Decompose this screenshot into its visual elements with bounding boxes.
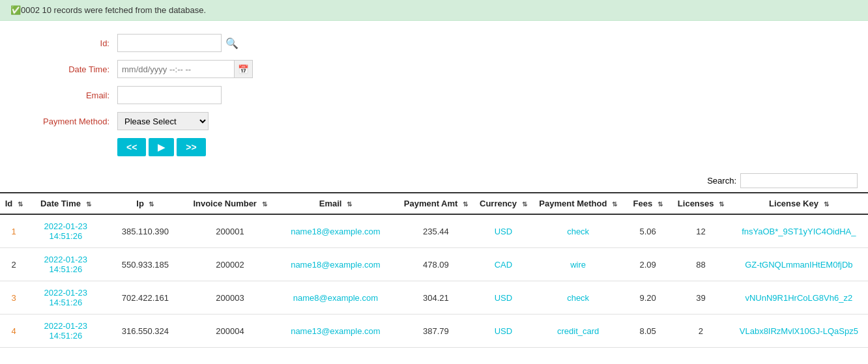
cell-payment-amt: 304.21	[398, 281, 474, 315]
cell-fees: 8.05	[624, 315, 672, 348]
cell-email: name8@example.com	[273, 281, 398, 315]
cell-fees: 5.06	[624, 214, 672, 248]
sort-arrows-invoice[interactable]: ⇅	[262, 201, 267, 208]
col-header-datetime: Date Time ⇅	[27, 193, 104, 214]
notification-text: ✅0002 10 records were fetched from the d…	[10, 5, 206, 15]
email-label: Email:	[26, 91, 117, 100]
cell-email: name18@example.com	[273, 248, 398, 281]
cell-license-key: GZ-tGNQLmmanIHtEM0fjDb	[730, 248, 868, 281]
sort-arrows-id[interactable]: ⇅	[18, 201, 23, 208]
nav-next-button[interactable]: >>	[177, 138, 205, 156]
cell-datetime: 2022-01-23 14:51:26	[27, 281, 104, 315]
cell-payment-amt: 387.79	[398, 315, 474, 348]
cell-licenses: 39	[672, 281, 729, 315]
datetime-label: Date Time:	[26, 64, 117, 74]
id-input-wrapper: 🔍	[117, 34, 239, 52]
col-header-email: Email ⇅	[273, 193, 398, 214]
id-input[interactable]	[117, 34, 222, 52]
cell-payment-amt: 235.44	[398, 214, 474, 248]
cell-id: 3	[0, 281, 27, 315]
cell-email: name13@example.com	[273, 315, 398, 348]
payment-method-label: Payment Method:	[26, 117, 117, 126]
sort-arrows-payment-amt[interactable]: ⇅	[463, 201, 468, 208]
cell-license-key: vNUnN9R1HrCoLG8Vh6_z2	[730, 281, 868, 315]
cell-ip: 385.110.390	[104, 214, 186, 248]
nav-buttons: << ▶ >>	[117, 138, 842, 156]
sort-arrows-licenses[interactable]: ⇅	[719, 201, 724, 208]
search-label: Search:	[707, 176, 736, 186]
cell-licenses: 88	[672, 248, 729, 281]
cell-fees: 9.20	[624, 281, 672, 315]
datetime-filter-row: Date Time: 📅	[26, 60, 842, 78]
table-body: 1 2022-01-23 14:51:26 385.110.390 200001…	[0, 214, 868, 348]
cell-payment-method: credit_card	[532, 315, 624, 348]
col-header-licenses: Licenses ⇅	[672, 193, 729, 214]
col-header-ip: Ip ⇅	[104, 193, 186, 214]
nav-prev-button[interactable]: ▶	[149, 138, 174, 156]
cell-ip: 316.550.324	[104, 315, 186, 348]
table-row: 3 2022-01-23 14:51:26 702.422.161 200003…	[0, 281, 868, 315]
cell-invoice-number: 200003	[187, 281, 274, 315]
table-row: 1 2022-01-23 14:51:26 385.110.390 200001…	[0, 214, 868, 248]
sort-arrows-datetime[interactable]: ⇅	[86, 201, 91, 208]
nav-prev-prev-button[interactable]: <<	[117, 138, 146, 156]
sort-arrows-email[interactable]: ⇅	[347, 201, 352, 208]
email-input[interactable]	[117, 86, 222, 104]
table-header-row: Id ⇅ Date Time ⇅ Ip ⇅ Invoice Number ⇅ E…	[0, 193, 868, 214]
sort-arrows-payment-method[interactable]: ⇅	[612, 201, 617, 208]
col-header-fees: Fees ⇅	[624, 193, 672, 214]
cell-datetime: 2022-01-23 14:51:26	[27, 248, 104, 281]
cell-currency: USD	[474, 281, 532, 315]
cell-ip: 702.422.161	[104, 281, 186, 315]
cell-id: 2	[0, 248, 27, 281]
col-header-license-key: License Key ⇅	[730, 193, 868, 214]
cell-licenses: 2	[672, 315, 729, 348]
cell-currency: CAD	[474, 248, 532, 281]
cell-currency: USD	[474, 315, 532, 348]
cell-license-key: VLabx8IRzMvlX10GJ-LQaSpz5	[730, 315, 868, 348]
cell-datetime: 2022-01-23 14:51:26	[27, 315, 104, 348]
search-input[interactable]	[740, 173, 858, 188]
cell-id: 1	[0, 214, 27, 248]
cell-ip: 550.933.185	[104, 248, 186, 281]
cell-fees: 2.09	[624, 248, 672, 281]
cell-licenses: 12	[672, 214, 729, 248]
cell-license-key: fnsYaOB*_9ST1yYIC4OidHA_	[730, 214, 868, 248]
cell-id: 4	[0, 315, 27, 348]
cell-invoice-number: 200001	[187, 214, 274, 248]
sort-arrows-license-key[interactable]: ⇅	[824, 201, 829, 208]
col-header-id: Id ⇅	[0, 193, 27, 214]
email-filter-row: Email:	[26, 86, 842, 104]
search-bar: Search:	[0, 169, 868, 192]
sort-arrows-ip[interactable]: ⇅	[149, 201, 154, 208]
datetime-input-wrapper: 📅	[117, 60, 253, 78]
col-header-payment-amt: Payment Amt ⇅	[398, 193, 474, 214]
cell-invoice-number: 200004	[187, 315, 274, 348]
cell-payment-method: check	[532, 214, 624, 248]
cell-payment-method: wire	[532, 248, 624, 281]
col-header-currency: Currency ⇅	[474, 193, 532, 214]
col-header-invoice-number: Invoice Number ⇅	[187, 193, 274, 214]
datetime-input[interactable]	[117, 60, 235, 78]
cell-payment-method: check	[532, 281, 624, 315]
cell-datetime: 2022-01-23 14:51:26	[27, 214, 104, 248]
table-header: Id ⇅ Date Time ⇅ Ip ⇅ Invoice Number ⇅ E…	[0, 193, 868, 214]
notification-bar: ✅0002 10 records were fetched from the d…	[0, 0, 868, 21]
sort-arrows-currency[interactable]: ⇅	[522, 201, 527, 208]
filter-section: Id: 🔍 Date Time: 📅 Email: Payment Method…	[0, 21, 868, 169]
cell-currency: USD	[474, 214, 532, 248]
table-row: 4 2022-01-23 14:51:26 316.550.324 200004…	[0, 315, 868, 348]
calendar-button[interactable]: 📅	[235, 60, 253, 78]
cell-email: name18@example.com	[273, 214, 398, 248]
col-header-payment-method: Payment Method ⇅	[532, 193, 624, 214]
sort-arrows-fees[interactable]: ⇅	[658, 201, 663, 208]
table-row: 2 2022-01-23 14:51:26 550.933.185 200002…	[0, 248, 868, 281]
cell-payment-amt: 478.09	[398, 248, 474, 281]
search-icon[interactable]: 🔍	[225, 37, 239, 49]
id-label: Id:	[26, 38, 117, 48]
data-table: Id ⇅ Date Time ⇅ Ip ⇅ Invoice Number ⇅ E…	[0, 192, 868, 348]
payment-method-filter-row: Payment Method: Please Select check wire…	[26, 112, 842, 130]
cell-invoice-number: 200002	[187, 248, 274, 281]
id-filter-row: Id: 🔍	[26, 34, 842, 52]
payment-method-select[interactable]: Please Select check wire credit_card	[117, 112, 209, 130]
